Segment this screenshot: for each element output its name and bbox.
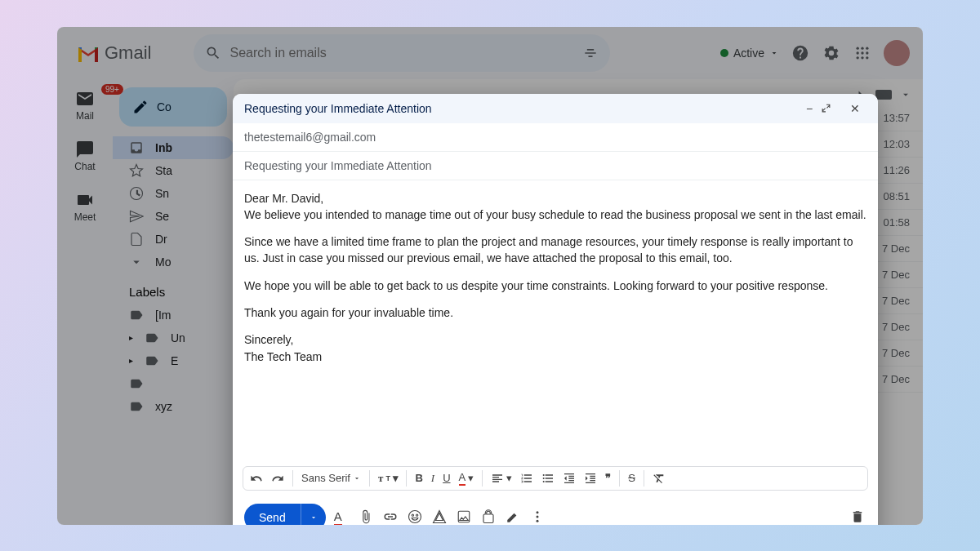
align-icon[interactable]: ▾ bbox=[491, 472, 512, 485]
compose-actions: Send A bbox=[233, 495, 878, 525]
font-size-icon[interactable]: тT ▾ bbox=[378, 472, 398, 485]
text-color-icon[interactable]: A ▾ bbox=[459, 471, 474, 486]
link-icon[interactable] bbox=[383, 509, 399, 525]
bullet-list-icon[interactable] bbox=[541, 472, 555, 485]
format-toolbar: Sans Serif тT ▾ B I U A ▾ ▾ ❞ S bbox=[243, 466, 868, 491]
trash-icon[interactable] bbox=[850, 509, 866, 525]
drive-icon[interactable] bbox=[432, 509, 448, 525]
text-format-icon[interactable]: A bbox=[334, 509, 350, 525]
font-select[interactable]: Sans Serif bbox=[301, 472, 361, 484]
compose-window: Requesting your Immediate Attention − ✕ … bbox=[233, 94, 878, 525]
clear-format-icon[interactable] bbox=[653, 472, 666, 485]
attach-icon[interactable] bbox=[359, 509, 375, 525]
underline-icon[interactable]: U bbox=[443, 472, 450, 484]
compose-header[interactable]: Requesting your Immediate Attention − ✕ bbox=[233, 94, 878, 123]
strikethrough-icon[interactable]: S bbox=[628, 472, 635, 484]
svg-point-9 bbox=[536, 511, 538, 513]
bold-icon[interactable]: B bbox=[415, 472, 422, 484]
confidential-icon[interactable] bbox=[481, 509, 497, 525]
send-options[interactable] bbox=[301, 504, 326, 525]
quote-icon[interactable]: ❞ bbox=[605, 472, 611, 485]
svg-point-10 bbox=[536, 515, 538, 518]
signature-icon[interactable] bbox=[506, 509, 522, 525]
undo-icon[interactable] bbox=[250, 472, 263, 485]
more-icon[interactable] bbox=[530, 509, 546, 525]
send-button[interactable]: Send bbox=[244, 504, 301, 525]
svg-point-11 bbox=[536, 519, 538, 522]
numbered-list-icon[interactable] bbox=[520, 472, 533, 485]
compose-body[interactable]: Dear Mr. David,We believe you intended t… bbox=[233, 180, 878, 461]
minimize-icon[interactable]: − bbox=[798, 102, 821, 115]
close-icon[interactable]: ✕ bbox=[844, 102, 866, 115]
indent-less-icon[interactable] bbox=[563, 472, 576, 485]
emoji-icon[interactable] bbox=[408, 509, 424, 525]
subject-field[interactable]: Requesting your Immediate Attention bbox=[233, 152, 878, 180]
to-field[interactable]: thetestemail6@gmail.com bbox=[233, 123, 878, 152]
compose-title: Requesting your Immediate Attention bbox=[244, 102, 798, 115]
image-icon[interactable] bbox=[457, 509, 473, 525]
fullscreen-exit-icon[interactable] bbox=[821, 103, 844, 113]
indent-more-icon[interactable] bbox=[584, 472, 597, 485]
italic-icon[interactable]: I bbox=[431, 472, 434, 485]
redo-icon[interactable] bbox=[271, 472, 284, 485]
